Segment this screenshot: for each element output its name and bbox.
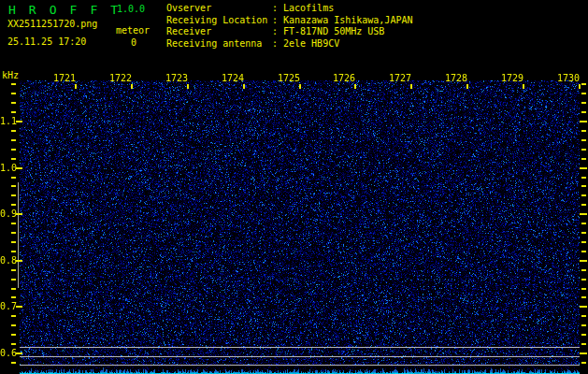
x-time-label: 1730 — [546, 74, 588, 83]
x-time-label: 1729 — [490, 74, 535, 83]
y-minor-tick — [581, 334, 586, 336]
y-minor-tick — [581, 139, 586, 141]
app-title: H R O F F T — [8, 3, 121, 17]
y-minor-tick — [11, 204, 16, 206]
y-minor-tick — [581, 288, 586, 290]
x-time-label: 1727 — [378, 74, 423, 83]
x-time-label: 1722 — [98, 74, 143, 83]
y-minor-tick — [581, 177, 586, 179]
y-tick-label: 0.9 — [0, 209, 16, 219]
y-tick-label: 1.1 — [0, 117, 16, 126]
y-minor-tick — [11, 251, 16, 252]
y-minor-tick — [11, 177, 16, 179]
mode-label: meteor — [116, 25, 150, 36]
info-separator: : — [272, 3, 283, 15]
y-minor-tick — [581, 185, 586, 187]
info-separator: : — [272, 15, 283, 27]
y-tick-label: 1.0 — [0, 164, 16, 173]
x-minute-tick — [354, 84, 356, 89]
y-minor-tick — [581, 251, 586, 252]
app-version: 1.0.0 — [117, 4, 145, 14]
info-value: 2ele HB9CV — [283, 38, 339, 49]
info-value: Lacofilms — [283, 3, 334, 13]
y-minor-tick — [581, 111, 586, 113]
y-major-tick — [580, 213, 587, 215]
y-minor-tick — [581, 362, 586, 364]
x-minute-tick — [299, 84, 301, 89]
y-minor-tick — [11, 324, 16, 326]
info-row: Ovserver:Lacofilms — [166, 3, 412, 15]
reference-line — [20, 347, 580, 348]
y-minor-tick — [11, 241, 16, 243]
y-minor-tick — [581, 223, 586, 224]
y-minor-tick — [11, 139, 16, 141]
x-time-label: 1725 — [266, 74, 311, 83]
info-separator: : — [272, 26, 283, 38]
y-minor-tick — [581, 149, 586, 151]
y-tick-label: 0.8 — [0, 256, 16, 266]
y-minor-tick — [581, 315, 586, 317]
y-major-tick — [580, 167, 587, 169]
y-minor-tick — [11, 269, 16, 271]
info-label: Ovserver — [166, 3, 272, 15]
y-minor-tick — [11, 194, 16, 196]
x-time-label: 1728 — [434, 74, 479, 83]
y-minor-tick — [11, 232, 16, 234]
y-minor-tick — [11, 279, 16, 280]
info-row: Receiver:FT-817ND 50MHz USB — [166, 26, 412, 38]
info-separator: : — [272, 38, 283, 50]
x-minute-tick — [131, 84, 133, 89]
y-minor-tick — [581, 343, 586, 345]
info-value: FT-817ND 50MHz USB — [283, 26, 384, 36]
y-minor-tick — [581, 324, 586, 326]
y-minor-tick — [581, 232, 586, 234]
y-minor-tick — [581, 279, 586, 280]
reference-line — [20, 356, 580, 357]
y-major-tick — [16, 167, 22, 169]
y-minor-tick — [581, 93, 586, 94]
x-minute-tick — [579, 84, 581, 89]
y-minor-tick — [581, 83, 586, 85]
y-minor-tick — [581, 241, 586, 243]
observer-info-block: Ovserver:LacofilmsReceiving Location:Kan… — [166, 3, 412, 50]
y-minor-tick — [11, 315, 16, 317]
info-row: Receiving Location:Kanazawa Ishikawa,JAP… — [166, 15, 412, 27]
y-major-tick — [16, 260, 22, 262]
spectrogram-canvas — [20, 80, 580, 374]
x-minute-tick — [187, 84, 189, 89]
info-row: Receiving antenna:2ele HB9CV — [166, 38, 412, 50]
y-minor-tick — [11, 149, 16, 151]
y-minor-tick — [581, 130, 586, 132]
y-minor-tick — [581, 204, 586, 206]
y-tick-label: 0.6 — [0, 349, 16, 358]
y-major-tick — [16, 352, 22, 354]
x-time-label: 1726 — [322, 74, 366, 83]
y-minor-tick — [581, 158, 586, 160]
x-minute-tick — [410, 84, 412, 89]
y-major-tick — [580, 306, 587, 308]
y-minor-tick — [581, 102, 586, 104]
output-filename: XX2511251720.png — [7, 19, 97, 29]
y-major-tick — [580, 352, 587, 354]
x-minute-tick — [75, 84, 77, 89]
y-minor-tick — [11, 111, 16, 113]
x-minute-tick — [466, 84, 468, 89]
x-minute-tick — [243, 84, 245, 89]
x-time-label: 1724 — [210, 74, 255, 83]
level-marker-line — [18, 182, 19, 288]
x-time-label: 1723 — [154, 74, 199, 83]
x-minute-tick — [523, 84, 524, 89]
y-minor-tick — [581, 296, 586, 298]
info-value: Kanazawa Ishikawa,JAPAN — [283, 15, 412, 25]
y-minor-tick — [11, 158, 16, 160]
info-label: Receiver — [166, 26, 272, 38]
hrofft-window: H R O F F T 1.0.0 XX2511251720.png meteo… — [0, 0, 588, 374]
info-label: Receiving antenna — [166, 38, 272, 50]
y-minor-tick — [11, 93, 16, 94]
y-minor-tick — [11, 223, 16, 224]
x-time-label: 1721 — [42, 74, 87, 83]
y-minor-tick — [11, 343, 16, 345]
echo-count: 0 — [131, 37, 136, 48]
y-minor-tick — [11, 362, 16, 364]
y-major-tick — [16, 213, 22, 215]
